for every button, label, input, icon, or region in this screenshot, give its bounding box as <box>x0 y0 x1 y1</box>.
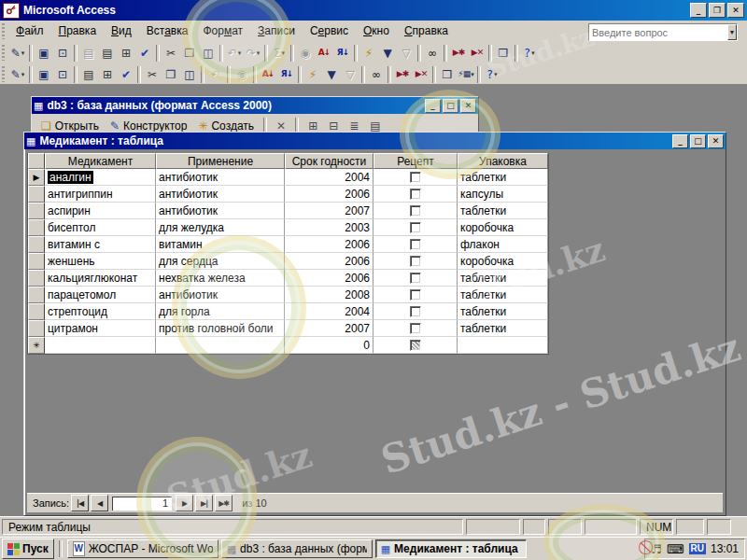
table-minimize-button[interactable]: _ <box>672 134 688 148</box>
sort-descending-button[interactable]: Я↓ <box>333 44 352 63</box>
cell-primenenie[interactable]: против головной боли <box>156 320 285 337</box>
cell-upakovka[interactable]: коробочка <box>458 253 548 270</box>
cell-upakovka[interactable]: капсулы <box>458 186 548 203</box>
cell-upakovka[interactable]: таблетки <box>458 169 548 186</box>
row-selector[interactable]: ✳ <box>28 337 45 354</box>
cell-upakovka[interactable]: таблетки <box>458 320 548 337</box>
recipe-checkbox[interactable] <box>410 189 421 200</box>
save-button[interactable]: ▣ <box>35 44 53 63</box>
cell-primenenie[interactable]: для желудка <box>156 219 285 236</box>
new-object-button[interactable]: ⚡▦▾ <box>457 65 475 84</box>
cell-primenenie[interactable]: для сердца <box>156 253 285 270</box>
apply-filter-button-2[interactable]: ▽ <box>341 65 359 84</box>
table-window-titlebar[interactable]: ▦ Медикамент : таблица _ □ ✕ <box>24 133 726 149</box>
db3-minimize-button[interactable]: _ <box>425 99 441 113</box>
recipe-checkbox[interactable] <box>410 340 421 351</box>
view-button-dropdown-icon[interactable]: ▾ <box>21 49 25 57</box>
new-object-button-dropdown-icon[interactable]: ▾ <box>471 71 474 78</box>
cell-upakovka[interactable]: флакон <box>458 236 548 253</box>
menu-format[interactable]: Формат <box>195 22 250 40</box>
recipe-checkbox[interactable] <box>410 256 421 267</box>
redo-button[interactable]: ↷▾ <box>244 44 262 63</box>
column-header-1[interactable]: Медикамент <box>45 153 156 169</box>
start-button[interactable]: Пуск <box>2 539 54 559</box>
filter-by-form-button[interactable]: ▼ <box>378 44 397 63</box>
cell-upakovka[interactable]: таблетки <box>458 203 548 219</box>
cell-srok-godnosti[interactable]: 2006 <box>285 236 374 253</box>
cell-primenenie[interactable]: антибиотик <box>156 186 285 203</box>
cell-medikament[interactable]: парацетомол <box>45 287 156 303</box>
row-selector[interactable] <box>28 320 45 337</box>
cell-medikament[interactable]: бисептол <box>45 219 156 236</box>
previous-record-button[interactable]: ◀ <box>91 495 108 511</box>
cell-medikament[interactable]: стрептоцид <box>45 303 156 320</box>
new-record-nav-button[interactable]: ▶✱ <box>215 495 233 511</box>
cell-srok-godnosti[interactable]: 2008 <box>285 287 374 303</box>
row-selector[interactable] <box>28 219 45 236</box>
sort-ascending-button[interactable]: А↓ <box>315 44 333 63</box>
menu-insert[interactable]: Вставка <box>139 22 196 40</box>
redo-button-dropdown-icon[interactable]: ▾ <box>257 49 261 57</box>
language-indicator[interactable]: RU <box>689 543 706 554</box>
help-button-2[interactable]: ?▾ <box>483 65 501 84</box>
cell-recept[interactable] <box>374 303 458 320</box>
cell-upakovka[interactable]: таблетки <box>458 303 548 320</box>
recipe-checkbox[interactable] <box>410 205 421 217</box>
cell-primenenie[interactable]: антибиотик <box>156 169 285 186</box>
menu-edit[interactable]: Правка <box>51 22 105 40</box>
cell-recept[interactable] <box>374 253 458 270</box>
row-selector[interactable] <box>28 253 45 270</box>
hyperlink-button-2[interactable]: ◉ <box>233 65 251 84</box>
print-preview-button[interactable]: ⊞ <box>117 44 135 63</box>
paste-button-2[interactable]: ◫ <box>180 65 199 84</box>
hyperlink-button[interactable]: ◉ <box>296 44 315 63</box>
keyboard-layout-icon[interactable]: ⌨ <box>667 543 684 555</box>
cell-srok-godnosti[interactable]: 2003 <box>285 219 374 236</box>
task-medikament[interactable]: ▦Медикамент : таблица <box>375 539 527 558</box>
new-record-button-2[interactable]: ▶✱ <box>393 65 412 84</box>
cell-upakovka[interactable]: таблетки <box>458 270 548 287</box>
row-selector[interactable] <box>28 236 45 253</box>
filter-by-form-button-2[interactable]: ▼ <box>322 65 341 84</box>
help-button[interactable]: ?▾ <box>520 44 539 63</box>
cell-upakovka[interactable]: таблетки <box>458 287 548 303</box>
cell-medikament[interactable]: кальцияглюконат <box>45 270 156 287</box>
next-record-button[interactable]: ▶ <box>176 495 193 511</box>
column-header-4[interactable]: Рецепт <box>374 153 458 169</box>
cell-srok-godnosti[interactable]: 2006 <box>285 270 374 287</box>
save-button-2[interactable]: ▣ <box>35 65 53 84</box>
recipe-checkbox[interactable] <box>410 273 421 284</box>
ask-question-dropdown-icon[interactable]: ▼ <box>727 24 737 40</box>
toolbar-1-grip[interactable] <box>2 45 5 61</box>
datasheet-corner-cell[interactable] <box>28 153 45 169</box>
table-maximize-button[interactable]: □ <box>690 134 706 148</box>
menubar-grip[interactable] <box>2 23 5 39</box>
restore-button[interactable]: ❐ <box>709 3 726 18</box>
copy-button[interactable]: ❐ <box>180 44 199 63</box>
recipe-checkbox[interactable] <box>410 306 421 317</box>
db3-titlebar[interactable]: ▦ db3 : база данных (формат Access 2000)… <box>32 97 478 114</box>
undo-button-2[interactable]: ↶ <box>206 65 225 84</box>
cell-upakovka[interactable] <box>458 337 548 354</box>
ask-question-input[interactable] <box>589 24 727 40</box>
cell-recept[interactable] <box>374 219 458 236</box>
apply-filter-button[interactable]: ▽ <box>397 44 416 63</box>
cell-recept[interactable] <box>374 320 458 337</box>
last-record-button[interactable]: ▶| <box>195 495 213 511</box>
cell-primenenie[interactable]: витамин <box>156 236 285 253</box>
column-header-3[interactable]: Срок годности <box>285 153 374 169</box>
cell-recept[interactable] <box>374 169 458 186</box>
paste-button[interactable]: ◫ <box>199 44 218 63</box>
view-button-2-dropdown-icon[interactable]: ▾ <box>21 71 25 78</box>
find-button-2[interactable]: ∞ <box>367 65 386 84</box>
cell-srok-godnosti[interactable]: 2006 <box>285 186 374 203</box>
row-selector[interactable] <box>28 186 45 203</box>
cell-recept[interactable] <box>374 337 458 354</box>
cell-primenenie[interactable]: антибиотик <box>156 287 285 303</box>
first-record-button[interactable]: |◀ <box>71 495 89 511</box>
undo-button[interactable]: ↶▾ <box>225 44 244 63</box>
database-window-button[interactable]: ❒ <box>494 44 513 63</box>
database-window-button-2[interactable]: ❒ <box>438 65 457 84</box>
undo-button-dropdown-icon[interactable]: ▾ <box>238 49 242 57</box>
row-selector[interactable] <box>28 303 45 320</box>
